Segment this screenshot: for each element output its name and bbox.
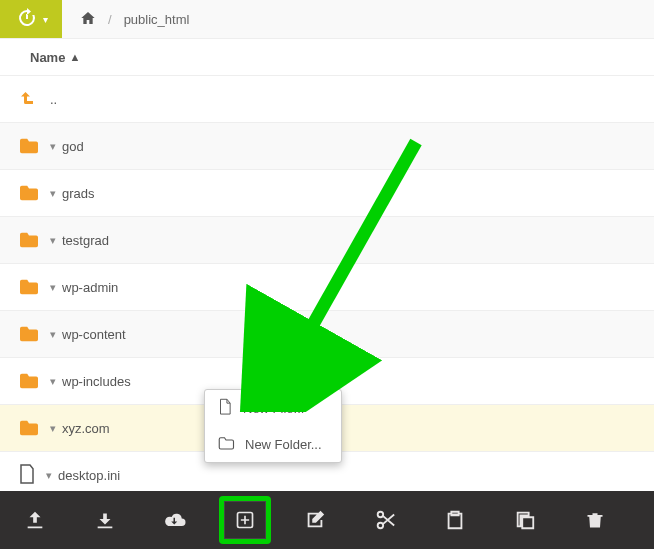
menuitem-label: New File... <box>243 401 304 416</box>
folder-icon <box>18 231 40 249</box>
cloud-download-button[interactable] <box>140 491 210 549</box>
top-bar: ▾ / public_html <box>0 0 654 39</box>
chevron-down-icon: ▾ <box>43 14 48 25</box>
folder-icon <box>18 137 40 155</box>
edit-button[interactable] <box>280 491 350 549</box>
home-link[interactable] <box>80 10 96 29</box>
annotation-highlight <box>219 496 271 544</box>
list-row-folder[interactable]: ▾ testgrad <box>0 217 654 264</box>
row-name: .. <box>50 92 57 107</box>
new-button[interactable] <box>210 491 280 549</box>
folder-icon <box>18 278 40 296</box>
sort-ascending-icon: ▲ <box>69 51 80 63</box>
paste-button[interactable] <box>420 491 490 549</box>
chevron-down-icon[interactable]: ▾ <box>50 422 56 435</box>
row-name: wp-admin <box>62 280 118 295</box>
column-header[interactable]: Name ▲ <box>0 39 654 76</box>
chevron-down-icon[interactable]: ▾ <box>50 328 56 341</box>
history-button[interactable]: ▾ <box>0 0 62 38</box>
row-name: grads <box>62 186 95 201</box>
breadcrumb: / public_html <box>62 10 189 29</box>
row-name: desktop.ini <box>58 468 120 483</box>
chevron-down-icon[interactable]: ▾ <box>50 281 56 294</box>
breadcrumb-sep: / <box>108 12 112 27</box>
file-icon <box>217 398 233 419</box>
row-name: xyz.com <box>62 421 110 436</box>
list-row-folder[interactable]: ▾ grads <box>0 170 654 217</box>
settings-button[interactable] <box>630 491 654 549</box>
breadcrumb-current[interactable]: public_html <box>124 12 190 27</box>
download-button[interactable] <box>70 491 140 549</box>
row-name: wp-content <box>62 327 126 342</box>
chevron-down-icon[interactable]: ▾ <box>50 375 56 388</box>
go-up-icon <box>18 87 36 112</box>
row-name: testgrad <box>62 233 109 248</box>
menuitem-label: New Folder... <box>245 437 322 452</box>
chevron-down-icon[interactable]: ▾ <box>50 234 56 247</box>
folder-icon <box>18 184 40 202</box>
history-icon <box>15 6 39 33</box>
column-name-label: Name <box>30 50 65 65</box>
list-row-up[interactable]: .. <box>0 76 654 123</box>
new-file-menuitem[interactable]: New File... <box>205 390 341 427</box>
folder-icon <box>217 435 235 454</box>
file-icon <box>18 463 36 488</box>
upload-button[interactable] <box>0 491 70 549</box>
new-menu-popup: New File... New Folder... <box>204 389 342 463</box>
new-folder-menuitem[interactable]: New Folder... <box>205 427 341 462</box>
chevron-down-icon[interactable]: ▾ <box>46 469 52 482</box>
row-name: god <box>62 139 84 154</box>
cut-button[interactable] <box>350 491 420 549</box>
chevron-down-icon[interactable]: ▾ <box>50 187 56 200</box>
chevron-down-icon[interactable]: ▾ <box>50 140 56 153</box>
copy-button[interactable] <box>490 491 560 549</box>
delete-button[interactable] <box>560 491 630 549</box>
list-row-folder[interactable]: ▾ wp-content <box>0 311 654 358</box>
folder-icon <box>18 372 40 390</box>
list-row-folder[interactable]: ▾ wp-admin <box>0 264 654 311</box>
bottom-toolbar <box>0 491 654 549</box>
list-row-folder[interactable]: ▾ god <box>0 123 654 170</box>
folder-icon <box>18 325 40 343</box>
row-name: wp-includes <box>62 374 131 389</box>
folder-icon <box>18 419 40 437</box>
